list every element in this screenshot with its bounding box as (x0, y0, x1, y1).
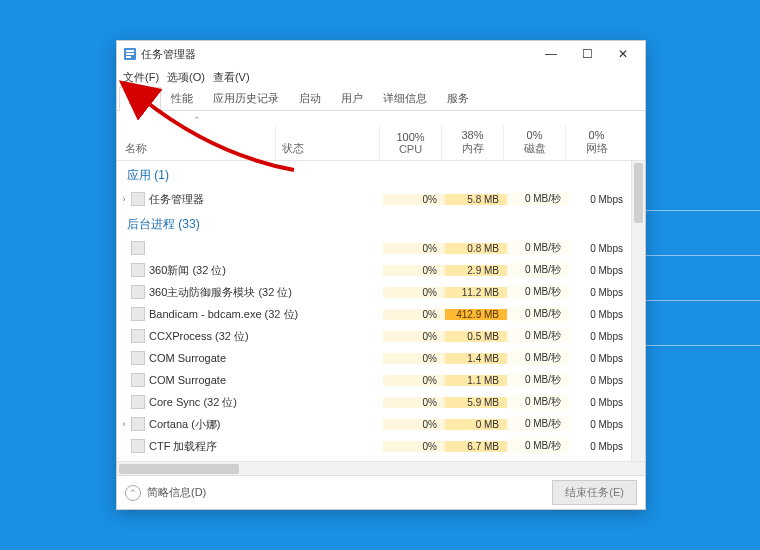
cell-net: 0 Mbps (569, 353, 631, 364)
maximize-button[interactable]: ☐ (569, 41, 605, 67)
header-cpu[interactable]: 100% CPU (379, 125, 441, 160)
cell-mem: 5.8 MB (445, 194, 507, 205)
cell-mem: 412.9 MB (445, 309, 507, 320)
process-icon (131, 285, 145, 299)
process-name: COM Surrogate (149, 352, 226, 364)
cell-cpu: 0% (383, 397, 445, 408)
cell-disk: 0 MB/秒 (507, 373, 569, 387)
app-icon (123, 47, 137, 61)
cell-cpu: 0% (383, 243, 445, 254)
process-row[interactable]: COM Surrogate0%1.4 MB0 MB/秒0 Mbps (117, 347, 631, 369)
process-name: Core Sync (32 位) (149, 395, 237, 410)
cell-cpu: 0% (383, 353, 445, 364)
cell-disk: 0 MB/秒 (507, 285, 569, 299)
minimize-button[interactable]: — (533, 41, 569, 67)
process-row[interactable]: 0%0.8 MB0 MB/秒0 Mbps (117, 237, 631, 259)
process-row[interactable]: igfxEM Module0%1.0 MB0 MB/秒0 Mbps (117, 457, 631, 461)
header-status[interactable]: 状态 (275, 125, 379, 160)
scrollbar-thumb[interactable] (634, 163, 643, 223)
cell-cpu: 0% (383, 419, 445, 430)
process-name: 任务管理器 (149, 192, 204, 207)
cell-mem: 0 MB (445, 419, 507, 430)
cell-net: 0 Mbps (569, 287, 631, 298)
cell-disk: 0 MB/秒 (507, 395, 569, 409)
fewer-details-icon[interactable]: ⌃ (125, 485, 141, 501)
cell-mem: 2.9 MB (445, 265, 507, 276)
cell-cpu: 0% (383, 441, 445, 452)
close-button[interactable]: ✕ (605, 41, 641, 67)
header-network[interactable]: 0% 网络 (565, 125, 627, 160)
cell-disk: 0 MB/秒 (507, 329, 569, 343)
process-icon (131, 395, 145, 409)
process-list: 应用 (1)›任务管理器0%5.8 MB0 MB/秒0 Mbps后台进程 (33… (117, 161, 645, 461)
cell-net: 0 Mbps (569, 243, 631, 254)
cell-net: 0 Mbps (569, 375, 631, 386)
process-row[interactable]: ›Cortana (小娜)0%0 MB0 MB/秒0 Mbps (117, 413, 631, 435)
cell-mem: 0.8 MB (445, 243, 507, 254)
expand-caret-icon[interactable]: › (117, 194, 131, 204)
end-task-button[interactable]: 结束任务(E) (552, 480, 637, 505)
process-row[interactable]: 360主动防御服务模块 (32 位)0%11.2 MB0 MB/秒0 Mbps (117, 281, 631, 303)
process-icon (131, 329, 145, 343)
tab-users[interactable]: 用户 (331, 86, 373, 110)
tab-startup[interactable]: 启动 (289, 86, 331, 110)
expand-caret-icon[interactable]: › (117, 419, 131, 429)
process-icon (131, 263, 145, 277)
cell-disk: 0 MB/秒 (507, 439, 569, 453)
menu-view[interactable]: 查看(V) (213, 70, 250, 85)
process-icon (131, 192, 145, 206)
horizontal-scrollbar[interactable] (117, 461, 645, 475)
process-icon (131, 351, 145, 365)
process-row[interactable]: Core Sync (32 位)0%5.9 MB0 MB/秒0 Mbps (117, 391, 631, 413)
menu-file[interactable]: 文件(F) (123, 70, 159, 85)
process-name: CCXProcess (32 位) (149, 329, 249, 344)
cell-mem: 6.7 MB (445, 441, 507, 452)
cell-net: 0 Mbps (569, 397, 631, 408)
process-row[interactable]: COM Surrogate0%1.1 MB0 MB/秒0 Mbps (117, 369, 631, 391)
header-memory[interactable]: 38% 内存 (441, 125, 503, 160)
process-row[interactable]: 360新闻 (32 位)0%2.9 MB0 MB/秒0 Mbps (117, 259, 631, 281)
menubar: 文件(F) 选项(O) 查看(V) (117, 67, 645, 87)
cell-cpu: 0% (383, 309, 445, 320)
tab-performance[interactable]: 性能 (161, 86, 203, 110)
menu-options[interactable]: 选项(O) (167, 70, 205, 85)
cell-net: 0 Mbps (569, 419, 631, 430)
window-title: 任务管理器 (141, 47, 196, 62)
vertical-scrollbar[interactable] (631, 161, 645, 461)
group-background: 后台进程 (33) (117, 210, 631, 237)
process-icon (131, 241, 145, 255)
cell-mem: 11.2 MB (445, 287, 507, 298)
task-manager-window: 任务管理器 — ☐ ✕ 文件(F) 选项(O) 查看(V) 进程 性能 应用历史… (116, 40, 646, 510)
tab-services[interactable]: 服务 (437, 86, 479, 110)
tab-details[interactable]: 详细信息 (373, 86, 437, 110)
svg-rect-2 (126, 53, 134, 55)
process-row[interactable]: CTF 加载程序0%6.7 MB0 MB/秒0 Mbps (117, 435, 631, 457)
cell-cpu: 0% (383, 265, 445, 276)
process-icon (131, 373, 145, 387)
process-row[interactable]: ›任务管理器0%5.8 MB0 MB/秒0 Mbps (117, 188, 631, 210)
fewer-details-label[interactable]: 简略信息(D) (147, 485, 206, 500)
header-name[interactable]: 名称 (117, 125, 275, 160)
tab-app-history[interactable]: 应用历史记录 (203, 86, 289, 110)
wallpaper-decoration (640, 210, 760, 410)
cell-net: 0 Mbps (569, 309, 631, 320)
tab-processes[interactable]: 进程 (119, 87, 161, 111)
cell-mem: 1.1 MB (445, 375, 507, 386)
process-name: COM Surrogate (149, 374, 226, 386)
hscrollbar-thumb[interactable] (119, 464, 239, 474)
process-name: 360主动防御服务模块 (32 位) (149, 285, 292, 300)
svg-rect-3 (126, 56, 131, 58)
cell-cpu: 0% (383, 287, 445, 298)
process-row[interactable]: Bandicam - bdcam.exe (32 位)0%412.9 MB0 M… (117, 303, 631, 325)
svg-rect-1 (126, 50, 134, 52)
process-name: Cortana (小娜) (149, 417, 221, 432)
titlebar[interactable]: 任务管理器 — ☐ ✕ (117, 41, 645, 67)
process-name: 360新闻 (32 位) (149, 263, 226, 278)
process-row[interactable]: CCXProcess (32 位)0%0.5 MB0 MB/秒0 Mbps (117, 325, 631, 347)
header-disk[interactable]: 0% 磁盘 (503, 125, 565, 160)
process-icon (131, 417, 145, 431)
cell-net: 0 Mbps (569, 265, 631, 276)
column-headers: 名称 状态 100% CPU 38% 内存 0% 磁盘 0% 网络 (117, 125, 645, 161)
cell-cpu: 0% (383, 331, 445, 342)
process-icon (131, 307, 145, 321)
